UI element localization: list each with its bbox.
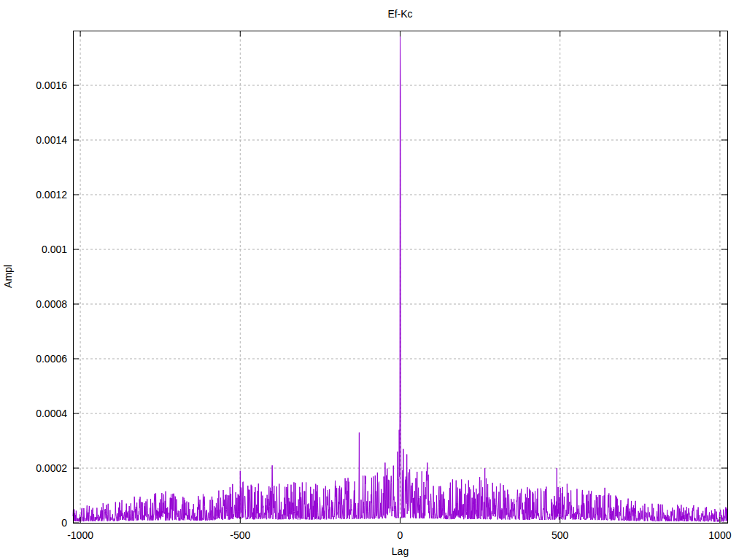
x-tick-label: -1000	[51, 529, 109, 541]
y-tick-label: 0.0006	[0, 353, 67, 365]
y-tick-label: 0	[0, 517, 67, 529]
x-tick-label: 500	[531, 529, 589, 541]
y-tick-label: 0.0016	[0, 79, 67, 91]
y-tick-label: 0.0014	[0, 134, 67, 146]
plot-canvas	[0, 0, 747, 560]
gnuplot-window: Ef-Kc Ampl Lag 00.00020.00040.00060.0008…	[0, 0, 747, 560]
x-tick-label: 1000	[691, 529, 747, 541]
x-axis-label: Lag	[73, 545, 727, 557]
y-tick-label: 0.001	[0, 244, 67, 255]
y-tick-label: 0.0004	[0, 408, 67, 419]
x-tick-label: 0	[371, 529, 430, 541]
data-series-line	[73, 36, 727, 522]
y-tick-label: 0.0012	[0, 189, 67, 201]
y-tick-label: 0.0008	[0, 298, 67, 310]
y-tick-label: 0.0002	[0, 462, 67, 474]
x-tick-label: -500	[211, 529, 269, 541]
